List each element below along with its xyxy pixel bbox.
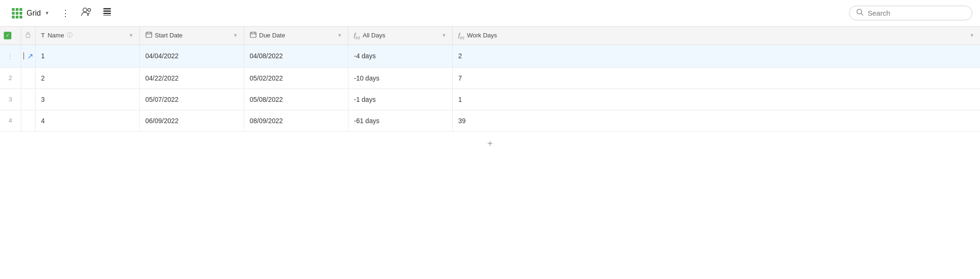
svg-rect-8: [26, 34, 30, 37]
svg-line-7: [861, 14, 863, 16]
row-name-cell: 4: [35, 110, 139, 131]
row-all-days-cell: -10 days: [348, 67, 452, 89]
row-work-days-cell: 1: [452, 89, 980, 110]
row-all-days-cell: -1 days: [348, 89, 452, 110]
data-table: T Name ⓘ ▼: [0, 27, 980, 156]
row-drag-handle[interactable]: 3: [0, 89, 21, 110]
table-row: 4406/09/202208/09/2022-61 days39: [0, 110, 980, 131]
row-due-date-cell: 05/02/2022: [244, 67, 348, 89]
add-row-cell[interactable]: +: [0, 131, 980, 156]
th-work-days[interactable]: f(x) Work Days ▼: [452, 27, 980, 45]
add-row[interactable]: +: [0, 131, 980, 156]
table-row: 3305/07/202205/08/2022-1 days1: [0, 89, 980, 110]
row-work-days-cell: 7: [452, 67, 980, 89]
grid-label: Grid: [27, 9, 41, 18]
start-date-calendar-icon: [146, 31, 152, 39]
chevron-down-icon: ▼: [45, 10, 49, 16]
th-name-dropdown-icon[interactable]: ▼: [129, 33, 134, 38]
table-wrapper: T Name ⓘ ▼: [0, 27, 980, 156]
toolbar: Grid ▼ ⋮: [0, 0, 980, 27]
row-drag-handle[interactable]: 2: [0, 67, 21, 89]
row-name-cell: 2: [35, 67, 139, 89]
table-row: 2204/22/202205/02/2022-10 days7: [0, 67, 980, 89]
more-icon: ⋮: [61, 8, 70, 18]
row-number: 2: [9, 74, 12, 81]
row-start-date-cell: 05/07/2022: [139, 89, 244, 110]
svg-point-0: [83, 8, 87, 12]
row-drag-handle[interactable]: ⋮: [0, 45, 21, 67]
expand-icon[interactable]: ↗: [27, 52, 33, 61]
header-checkbox[interactable]: [4, 32, 11, 39]
grid-view-button[interactable]: Grid ▼: [8, 5, 52, 22]
row-due-date-cell: 04/08/2022: [244, 45, 348, 67]
drag-dots-icon: ⋮: [7, 53, 13, 60]
th-start-date[interactable]: Start Date ▼: [139, 27, 244, 45]
people-icon: [81, 8, 92, 18]
svg-rect-5: [103, 15, 111, 16]
th-name-label: Name: [47, 32, 64, 39]
svg-point-1: [88, 9, 91, 11]
row-number: 3: [9, 96, 12, 103]
th-work-days-label: Work Days: [467, 32, 497, 39]
row-due-date-cell: 05/08/2022: [244, 89, 348, 110]
table-header-row: T Name ⓘ ▼: [0, 27, 980, 45]
th-name[interactable]: T Name ⓘ ▼: [35, 27, 139, 45]
row-number: 4: [9, 117, 12, 124]
table-icon: [102, 7, 112, 19]
th-work-days-dropdown-icon[interactable]: ▼: [970, 33, 974, 38]
th-lock: [21, 27, 35, 45]
due-date-calendar-icon: [250, 31, 256, 39]
row-lock-cell: [21, 67, 35, 89]
all-days-fx-icon: f(x): [354, 31, 360, 40]
row-checkbox[interactable]: [23, 52, 24, 60]
search-box: [849, 6, 972, 20]
svg-rect-2: [103, 8, 111, 9]
svg-rect-4: [103, 13, 111, 14]
table-view-button[interactable]: [100, 6, 115, 21]
row-start-date-cell: 04/22/2022: [139, 67, 244, 89]
share-button[interactable]: [79, 6, 94, 21]
row-work-days-cell: 2: [452, 45, 980, 67]
row-work-days-cell: 39: [452, 110, 980, 131]
grid-icon: [10, 7, 24, 20]
row-lock-cell: [21, 110, 35, 131]
th-due-date-label: Due Date: [259, 32, 285, 39]
table-row: ⋮ ↗ 104/04/202204/08/2022-4 days2: [0, 45, 980, 67]
row-all-days-cell: -4 days: [348, 45, 452, 67]
search-input[interactable]: [868, 9, 965, 17]
th-checkbox[interactable]: [0, 27, 21, 45]
work-days-fx-icon: f(x): [458, 31, 465, 40]
search-icon: [856, 9, 864, 18]
row-name-cell: 1: [35, 45, 139, 67]
row-name-cell: 3: [35, 89, 139, 110]
row-selected-controls: ↗: [23, 52, 33, 61]
toolbar-right: [849, 6, 972, 20]
th-all-days-dropdown-icon[interactable]: ▼: [442, 33, 447, 38]
th-start-date-dropdown-icon[interactable]: ▼: [233, 33, 238, 38]
svg-rect-13: [250, 32, 256, 37]
th-name-info-icon: ⓘ: [67, 31, 73, 39]
row-start-date-cell: 04/04/2022: [139, 45, 244, 67]
row-all-days-cell: -61 days: [348, 110, 452, 131]
name-type-icon: T: [41, 32, 45, 39]
row-start-date-cell: 06/09/2022: [139, 110, 244, 131]
row-lock-cell: [21, 89, 35, 110]
toolbar-left: Grid ▼ ⋮: [8, 5, 849, 22]
row-drag-handle[interactable]: 4: [0, 110, 21, 131]
row-due-date-cell: 08/09/2022: [244, 110, 348, 131]
th-due-date-dropdown-icon[interactable]: ▼: [338, 33, 342, 38]
more-options-button[interactable]: ⋮: [58, 6, 73, 21]
row-lock-cell: ↗: [21, 45, 35, 67]
th-all-days[interactable]: f(x) All Days ▼: [348, 27, 452, 45]
th-due-date[interactable]: Due Date ▼: [244, 27, 348, 45]
th-start-date-label: Start Date: [155, 32, 183, 39]
th-all-days-label: All Days: [363, 32, 385, 39]
svg-rect-3: [103, 10, 111, 12]
svg-rect-9: [146, 32, 152, 37]
